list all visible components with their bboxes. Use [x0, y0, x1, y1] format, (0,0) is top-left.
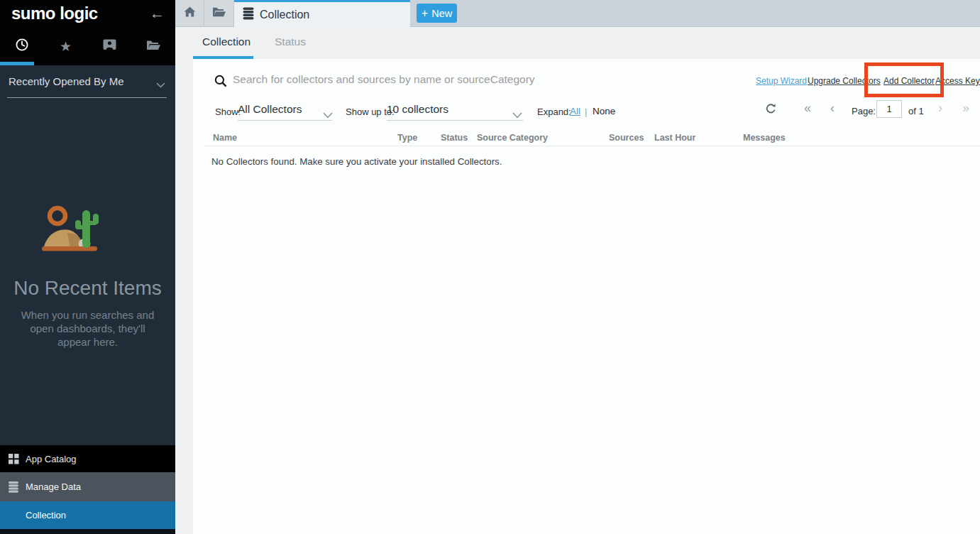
database-icon — [243, 7, 254, 23]
top-tab-bar: Collection + New — [175, 0, 980, 27]
new-button[interactable]: + New — [417, 4, 457, 23]
page-previous-button[interactable]: ‹ — [830, 101, 835, 116]
separator: | — [585, 107, 587, 117]
refresh-icon[interactable] — [765, 103, 777, 118]
sidebar-tab-dashboards[interactable] — [88, 28, 132, 64]
collection-panel: Setup Wizard Upgrade Collectors Add Coll… — [193, 59, 980, 534]
dropdown-underline — [387, 120, 523, 121]
tab-collection-label: Collection — [260, 9, 309, 21]
show-filter-label: Show: — [215, 107, 241, 117]
column-header-status[interactable]: Status — [441, 133, 468, 143]
app-window: sumo logic ← ★ — [0, 0, 980, 534]
sidebar-empty-state: No Recent Items When you run searches an… — [0, 205, 175, 349]
sidebar-item-collection[interactable]: Collection — [0, 501, 175, 529]
no-recent-items-title: No Recent Items — [0, 277, 175, 300]
sidebar-icon-tabs: ★ — [0, 28, 175, 64]
page-number-input[interactable] — [876, 100, 902, 118]
sumo-logic-logo: sumo logic — [11, 4, 98, 23]
sidebar-bottom-nav: App Catalog Manage Data Collection — [0, 445, 175, 534]
home-tab-button[interactable] — [175, 0, 204, 26]
sidebar-header: sumo logic ← ★ — [0, 0, 175, 65]
page-total-label: of 1 — [908, 106, 924, 116]
no-recent-items-description: When you run searches and open dashboard… — [14, 308, 161, 349]
sidebar-tab-recents[interactable] — [0, 28, 44, 64]
setup-wizard-link[interactable]: Setup Wizard — [756, 76, 807, 86]
show-filter-dropdown[interactable]: All Collectors — [238, 103, 302, 116]
grid-icon — [9, 454, 26, 464]
no-collectors-message: No Collectors found. Make sure you activ… — [211, 156, 502, 167]
sidebar-item-manage-data[interactable]: Manage Data — [0, 472, 175, 501]
search-icon — [214, 75, 227, 90]
collapse-sidebar-icon[interactable]: ← — [150, 5, 165, 22]
column-header-source-category[interactable]: Source Category — [477, 133, 548, 143]
page-next-button[interactable]: › — [938, 101, 942, 116]
column-header-messages[interactable]: Messages — [743, 133, 786, 143]
sidebar-item-app-catalog[interactable]: App Catalog — [0, 445, 175, 472]
database-icon — [9, 481, 26, 493]
recently-opened-label: Recently Opened By Me — [9, 75, 124, 87]
image-person-icon — [103, 39, 116, 53]
page-last-button[interactable]: » — [962, 101, 969, 116]
column-header-sources[interactable]: Sources — [609, 133, 644, 143]
dropdown-underline — [238, 120, 332, 121]
page-first-button[interactable]: « — [804, 101, 811, 116]
subtab-collection[interactable]: Collection — [202, 36, 250, 48]
star-icon: ★ — [60, 40, 72, 53]
chevron-down-icon — [156, 78, 165, 91]
recently-opened-dropdown[interactable]: Recently Opened By Me — [0, 65, 175, 97]
column-header-last-hour[interactable]: Last Hour — [654, 133, 695, 143]
home-icon — [184, 6, 196, 20]
search-input[interactable] — [233, 70, 630, 89]
annotation-highlight-box — [864, 62, 944, 97]
column-header-type[interactable]: Type — [397, 133, 417, 143]
tab-collection[interactable]: Collection — [234, 0, 410, 27]
show-up-to-dropdown[interactable]: 10 collectors — [387, 103, 448, 116]
sidebar-tab-favorites[interactable]: ★ — [44, 28, 88, 64]
column-header-name[interactable]: Name — [213, 133, 237, 143]
new-button-label: New — [431, 8, 452, 19]
page-label: Page: — [852, 106, 876, 116]
app-catalog-label: App Catalog — [26, 454, 77, 464]
sidebar-divider — [7, 97, 167, 98]
open-folder-icon — [212, 7, 226, 20]
expand-all-link[interactable]: All — [570, 106, 580, 116]
clock-icon — [15, 38, 29, 55]
collection-label: Collection — [26, 510, 66, 521]
sidebar-nav-next-row — [0, 529, 175, 534]
folder-icon — [146, 40, 160, 53]
sub-tab-bar: Collection Status — [175, 27, 980, 59]
expand-label: Expand: — [537, 107, 571, 117]
plus-icon: + — [422, 7, 428, 20]
expand-none-link[interactable]: None — [593, 106, 615, 116]
desert-illustration — [42, 205, 134, 256]
manage-data-label: Manage Data — [26, 481, 81, 492]
table-header-divider — [204, 146, 980, 146]
sidebar-tab-library[interactable] — [131, 28, 175, 64]
sidebar: sumo logic ← ★ — [0, 0, 175, 534]
library-tab-button[interactable] — [204, 0, 234, 26]
subtab-status[interactable]: Status — [275, 36, 306, 48]
